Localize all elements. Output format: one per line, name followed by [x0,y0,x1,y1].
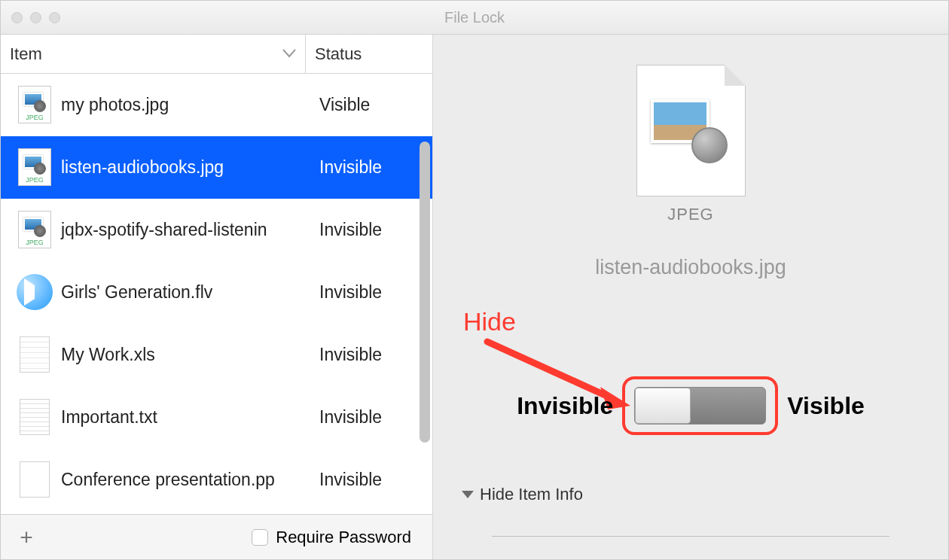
file-icon-slot: JPEG [11,211,58,248]
require-password-label: Require Password [276,528,411,547]
file-icon-slot [11,336,58,373]
app-window: File Lock Item Status JPEGmy photos.jp [0,0,949,560]
column-header-item[interactable]: Item [1,35,306,73]
document-sheet-icon [636,65,746,196]
video-file-icon [17,274,53,310]
file-name: Important.txt [58,407,319,428]
plus-icon: + [20,525,33,549]
visible-label: Visible [787,392,865,420]
preview-format-label: JPEG [433,205,948,224]
file-list: JPEGmy photos.jpgVisibleJPEGlisten-audio… [1,74,432,514]
visibility-toggle[interactable] [634,387,766,425]
file-name: listen-audiobooks.jpg [58,157,319,178]
file-row[interactable]: My Work.xlsInvisible [1,324,432,386]
file-name: Conference presentation.pp [58,470,319,490]
chevron-down-icon [282,47,296,61]
toggle-knob[interactable] [635,388,691,424]
file-icon-slot [11,399,58,435]
add-button[interactable]: + [13,525,40,550]
invisible-label: Invisible [517,392,613,420]
file-name: jqbx-spotify-shared-listenin [58,220,319,240]
preview-pane: JPEG listen-audiobooks.jpg Hide Invisibl… [433,35,948,559]
file-status: Invisible [319,220,425,240]
hide-item-info-toggle[interactable]: Hide Item Info [462,485,583,504]
file-row[interactable]: JPEGjqbx-spotify-shared-listeninInvisibl… [1,199,432,261]
scrollbar[interactable] [416,74,432,514]
columns-header: Item Status [1,35,432,74]
column-status-label: Status [315,44,362,64]
close-window-button[interactable] [11,12,23,23]
require-password-option[interactable]: Require Password [252,528,411,547]
zoom-window-button[interactable] [49,12,60,23]
magnifier-icon [691,127,728,163]
file-icon-slot [11,274,58,310]
hide-annotation: Hide [463,307,516,336]
disclosure-triangle-icon [462,491,474,498]
titlebar: File Lock [1,1,948,35]
file-status: Invisible [319,157,425,178]
file-row[interactable]: JPEGmy photos.jpgVisible [1,74,432,136]
file-icon-slot: JPEG [11,148,58,186]
jpeg-file-icon: JPEG [18,86,51,123]
minimize-window-button[interactable] [30,12,41,23]
file-name: Girls' Generation.flv [58,282,319,303]
divider [492,536,889,537]
column-item-label: Item [10,44,42,64]
scrollbar-thumb[interactable] [420,142,430,443]
file-row[interactable]: JPEGlisten-audiobooks.jpgInvisible [1,136,432,199]
file-row[interactable]: Conference presentation.ppInvisible [1,449,432,511]
file-status: Visible [319,95,425,115]
require-password-checkbox[interactable] [252,529,268,546]
text-file-icon [20,399,50,435]
window-body: Item Status JPEGmy photos.jpgVisibleJPEG… [1,35,948,559]
file-status: Invisible [319,470,425,490]
file-icon-slot: JPEG [11,86,58,123]
jpeg-file-icon: JPEG [18,211,51,248]
presentation-file-icon [20,461,50,498]
footer-bar: + Require Password [1,514,432,559]
spreadsheet-file-icon [20,336,50,373]
hide-item-info-label: Hide Item Info [480,485,583,504]
file-row[interactable]: Important.txtInvisible [1,386,432,449]
file-status: Invisible [319,407,425,428]
column-header-status[interactable]: Status [306,35,432,73]
file-status: Invisible [319,282,425,303]
file-name: My Work.xls [58,345,319,365]
window-controls [11,12,60,23]
file-list-pane: Item Status JPEGmy photos.jpgVisibleJPEG… [1,35,433,559]
file-name: my photos.jpg [58,95,319,115]
visibility-toggle-area: Invisible Visible [468,376,914,435]
preview-filename: listen-audiobooks.jpg [433,256,948,279]
jpeg-file-icon: JPEG [18,148,51,186]
window-title: File Lock [444,9,505,26]
file-row[interactable]: Girls' Generation.flvInvisible [1,261,432,324]
preview-file-icon [630,65,751,200]
file-status: Invisible [319,345,425,365]
file-icon-slot [11,461,58,498]
toggle-highlight [622,376,778,435]
